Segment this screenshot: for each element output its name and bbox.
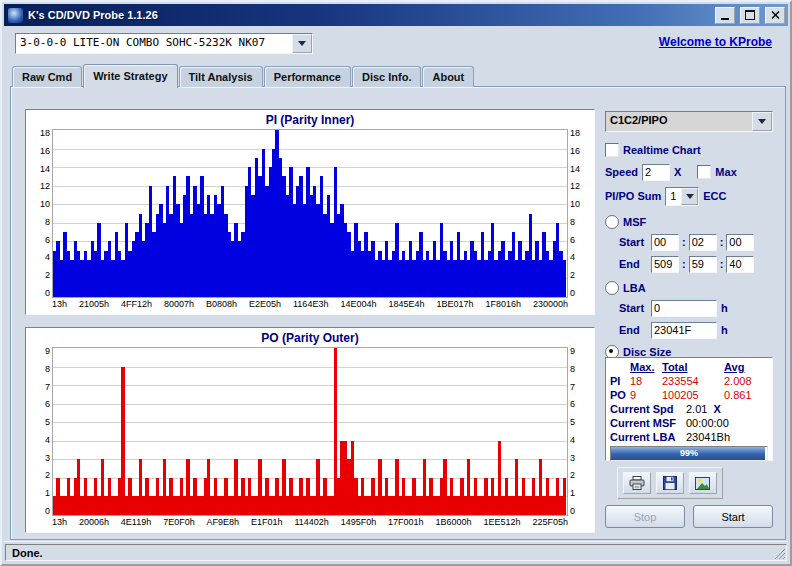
y-tick-label: 2 <box>570 471 575 480</box>
export-image-button[interactable] <box>689 472 717 494</box>
lba-end-input[interactable] <box>651 322 717 339</box>
max-speed-label: Max <box>715 166 736 178</box>
tab-write-strategy[interactable]: Write Strategy <box>83 64 177 88</box>
x-tick-label: 20006h <box>79 517 109 530</box>
minimize-button[interactable] <box>715 7 735 24</box>
stop-button[interactable]: Stop <box>605 505 685 528</box>
ecc-label: ECC <box>703 190 726 202</box>
y-tick-label: 18 <box>570 129 580 138</box>
pipo-sum-dropdown-button[interactable] <box>681 188 698 205</box>
y-tick-label: 0 <box>45 289 50 298</box>
chevron-down-icon <box>686 194 694 199</box>
msf-separator: : <box>720 258 724 270</box>
msf-end-frame-input[interactable] <box>726 256 754 273</box>
po-y-axis-left: 9876543210 <box>28 347 52 516</box>
y-tick-label: 3 <box>570 454 575 463</box>
status-panel: Done. <box>5 544 787 561</box>
realtime-chart-checkbox[interactable] <box>605 143 619 157</box>
print-button[interactable] <box>623 472 651 494</box>
speed-input[interactable] <box>642 164 670 181</box>
window-title: K's CD/DVD Probe 1.1.26 <box>28 9 710 21</box>
tab-bar: Raw Cmd Write Strategy Tilt Analysis Per… <box>12 64 474 87</box>
pi-max-value: 18 <box>630 374 662 388</box>
y-tick-label: 5 <box>570 418 575 427</box>
y-tick-label: 18 <box>40 129 50 138</box>
msf-start-frame-input[interactable] <box>726 234 754 251</box>
tab-disc-info[interactable]: Disc Info. <box>352 66 422 87</box>
po-total-value: 100205 <box>662 388 724 402</box>
maximize-icon <box>745 10 755 20</box>
picture-icon <box>695 477 710 490</box>
max-speed-checkbox[interactable] <box>697 165 711 179</box>
po-stats-row: PO 9 100205 0.861 <box>610 388 768 402</box>
chart-mode-select[interactable]: C1C2/PIPO <box>605 111 773 132</box>
y-tick-label: 0 <box>45 507 50 516</box>
y-tick-label: 1 <box>570 489 575 498</box>
msf-start-min-input[interactable] <box>651 234 679 251</box>
tab-performance[interactable]: Performance <box>264 66 351 87</box>
titlebar[interactable]: K's CD/DVD Probe 1.1.26 <box>4 4 788 26</box>
x-tick-label: E1F01h <box>251 517 283 530</box>
close-icon <box>771 11 780 19</box>
chart-mode-dropdown-button[interactable] <box>752 112 772 131</box>
app-icon <box>7 7 24 24</box>
drive-select[interactable]: 3-0-0-0 LITE-ON COMBO SOHC-5232K NK07 <box>15 33 313 54</box>
y-tick-label: 5 <box>45 418 50 427</box>
speed-row: Speed X Max <box>605 163 737 181</box>
lba-radio[interactable] <box>605 281 619 295</box>
lba-start-label: Start <box>619 302 647 314</box>
msf-end-min-input[interactable] <box>651 256 679 273</box>
current-msf-value: 00:00:00 <box>686 416 729 430</box>
pipo-sum-row: PI/PO Sum 1 ECC <box>605 187 726 205</box>
x-tick-label: 7E0F0h <box>163 517 195 530</box>
y-tick-label: 12 <box>40 182 50 191</box>
current-msf-row: Current MSF 00:00:00 <box>610 416 768 430</box>
drive-select-dropdown-button[interactable] <box>292 34 312 53</box>
speed-label: Speed <box>605 166 638 178</box>
welcome-link[interactable]: Welcome to KProbe <box>659 35 772 49</box>
save-button[interactable] <box>656 472 684 494</box>
msf-start-row: Start : : <box>619 233 754 251</box>
x-tick-label: 13h <box>52 517 67 530</box>
msf-end-sec-input[interactable] <box>689 256 717 273</box>
stats-header-total: Total <box>662 360 724 374</box>
chevron-down-icon <box>758 119 766 124</box>
current-speed-value: 2.01 <box>686 402 707 416</box>
x-tick-label: 17F001h <box>388 517 424 530</box>
close-button[interactable] <box>765 7 785 24</box>
chart-bar <box>563 478 566 515</box>
app-window: K's CD/DVD Probe 1.1.26 3-0-0-0 LITE-ON … <box>0 0 792 566</box>
pi-y-axis-left: 181614121086420 <box>28 129 52 298</box>
minimize-icon <box>721 18 729 20</box>
resize-grip[interactable] <box>773 547 786 560</box>
y-tick-label: 6 <box>570 236 575 245</box>
start-button[interactable]: Start <box>693 505 773 528</box>
y-tick-label: 1 <box>45 489 50 498</box>
msf-separator: : <box>682 236 686 248</box>
msf-radio[interactable] <box>605 215 619 229</box>
x-tick-label: 230000h <box>533 299 568 312</box>
x-tick-label: 1B6000h <box>436 517 472 530</box>
current-lba-row: Current LBA 23041Bh <box>610 430 768 444</box>
current-speed-row: Current Spd 2.01 X <box>610 402 768 416</box>
y-tick-label: 0 <box>570 289 575 298</box>
tab-raw-cmd[interactable]: Raw Cmd <box>12 66 82 87</box>
x-tick-label: 114402h <box>294 517 328 530</box>
x-tick-label: 14E004h <box>340 299 376 312</box>
msf-start-sec-input[interactable] <box>689 234 717 251</box>
x-tick-label: 1F8016h <box>485 299 521 312</box>
tab-about[interactable]: About <box>422 66 474 87</box>
pi-stats-row: PI 18 233554 2.008 <box>610 374 768 388</box>
lba-end-unit: h <box>721 324 728 336</box>
pipo-sum-select[interactable]: 1 <box>665 187 699 206</box>
maximize-button[interactable] <box>740 7 760 24</box>
y-tick-label: 2 <box>45 271 50 280</box>
lba-start-input[interactable] <box>651 300 717 317</box>
x-tick-label: 13h <box>52 299 67 312</box>
chart-bar <box>121 367 124 515</box>
y-tick-label: 8 <box>45 218 50 227</box>
y-tick-label: 16 <box>40 147 50 156</box>
tab-tilt-analysis[interactable]: Tilt Analysis <box>179 66 263 87</box>
statistics-panel: Max. Total Avg PI 18 233554 2.008 PO 9 1… <box>605 357 773 461</box>
y-tick-label: 9 <box>45 347 50 356</box>
